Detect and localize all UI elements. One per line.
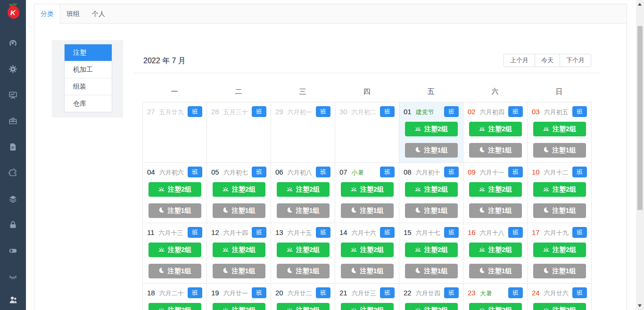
shift-badge: 班 <box>444 227 459 238</box>
day-shift-button[interactable]: 注塑2组 <box>533 303 586 310</box>
sidebar-item-toolbox[interactable] <box>0 108 26 134</box>
calendar-cell[interactable]: 18六月二十班注塑2组注塑1组 <box>143 284 207 310</box>
category-item-assembly[interactable]: 组装 <box>65 78 112 95</box>
sidebar-item-security[interactable] <box>0 212 26 238</box>
scrollbar[interactable] <box>636 0 644 310</box>
category-item-machining[interactable]: 机加工 <box>65 61 112 78</box>
day-shift-button[interactable]: 注塑2组 <box>469 182 522 197</box>
night-shift-button[interactable]: 注塑1组 <box>533 203 586 218</box>
night-shift-button[interactable]: 注塑1组 <box>277 203 330 218</box>
calendar-cell[interactable]: 13六月十五班注塑2组注塑1组 <box>271 223 335 284</box>
tab-team[interactable]: 班组 <box>60 4 86 23</box>
night-shift-button[interactable]: 注塑1组 <box>405 264 458 278</box>
night-shift-button[interactable]: 注塑1组 <box>469 143 522 158</box>
day-shift-button[interactable]: 注塑2组 <box>533 182 586 197</box>
night-shift-button[interactable]: 注塑1组 <box>213 203 265 218</box>
calendar-cell[interactable]: 10六月十二班注塑2组注塑1组 <box>528 163 592 223</box>
day-shift-button[interactable]: 注塑2组 <box>469 303 522 310</box>
sidebar-item-plugins[interactable] <box>0 160 26 186</box>
calendar-cell[interactable]: 15六月十七班注塑2组注塑1组 <box>399 223 463 284</box>
day-shift-button[interactable]: 注塑2组 <box>405 122 458 136</box>
scrollbar-thumb[interactable] <box>637 26 643 210</box>
day-shift-button[interactable]: 注塑2组 <box>469 122 522 136</box>
calendar-cell[interactable]: 09六月十一班注塑2组注塑1组 <box>463 163 528 223</box>
sidebar-item-monitor[interactable] <box>0 82 26 108</box>
night-shift-button[interactable]: 注塑1组 <box>405 203 458 218</box>
calendar-cell[interactable]: 22六月廿四班注塑2组注塑1组 <box>399 284 463 310</box>
tab-category[interactable]: 分类 <box>34 4 60 24</box>
sidebar-item-documents[interactable] <box>0 134 26 160</box>
calendar-cell[interactable]: 07小暑班注塑2组注塑1组 <box>335 163 399 223</box>
day-shift-button[interactable]: 注塑2组 <box>533 122 586 136</box>
calendar-cell[interactable]: 05六月初七班注塑2组注塑1组 <box>207 163 271 223</box>
night-shift-button[interactable]: 注塑1组 <box>149 264 201 278</box>
scroll-down-icon[interactable] <box>638 304 642 307</box>
day-shift-button[interactable]: 注塑2组 <box>149 182 201 197</box>
calendar-cell[interactable]: 14六月十六班注塑2组注塑1组 <box>335 223 399 284</box>
scroll-up-icon[interactable] <box>638 3 642 6</box>
night-shift-button[interactable]: 注塑1组 <box>213 264 265 278</box>
day-shift-button[interactable]: 注塑2组 <box>469 243 522 257</box>
sidebar-item-switch[interactable] <box>0 238 26 264</box>
sidebar-item-privacy[interactable] <box>0 264 26 290</box>
calendar-cell[interactable]: 27五月廿九班 <box>143 102 207 163</box>
night-shift-button[interactable]: 注塑1组 <box>341 264 394 278</box>
calendar-cell[interactable]: 12六月十四班注塑2组注塑1组 <box>207 223 271 284</box>
calendar-cell[interactable]: 16六月十八班注塑2组注塑1组 <box>463 223 528 284</box>
calendar-cell[interactable]: 29六月初一班 <box>271 102 335 163</box>
lunar-label: 五月廿九 <box>159 106 186 117</box>
day-shift-button[interactable]: 注塑2组 <box>405 182 458 197</box>
day-shift-button[interactable]: 注塑2组 <box>149 303 201 310</box>
day-shift-button[interactable]: 注塑2组 <box>277 243 330 257</box>
day-shift-button[interactable]: 注塑2组 <box>405 243 458 257</box>
today-button[interactable]: 今天 <box>535 54 560 67</box>
prev-month-button[interactable]: 上个月 <box>504 54 535 67</box>
day-shift-button[interactable]: 注塑2组 <box>341 243 394 257</box>
shift-badge: 班 <box>572 287 587 298</box>
day-shift-button[interactable]: 注塑2组 <box>533 243 586 257</box>
night-shift-button[interactable]: 注塑1组 <box>405 143 458 158</box>
shift-badge: 班 <box>316 287 330 298</box>
night-shift-button[interactable]: 注塑1组 <box>341 203 394 218</box>
day-shift-button[interactable]: 注塑2组 <box>277 303 330 310</box>
night-shift-button[interactable]: 注塑1组 <box>277 264 330 278</box>
sidebar-item-users[interactable] <box>0 287 26 310</box>
night-shift-button[interactable]: 注塑1组 <box>469 264 522 278</box>
day-shift-button[interactable]: 注塑2组 <box>341 182 394 197</box>
night-shift-button[interactable]: 注塑1组 <box>149 203 201 218</box>
calendar-cell[interactable]: 01建党节班注塑2组注塑1组 <box>399 102 463 163</box>
calendar-cell[interactable]: 02六月初四班注塑2组注塑1组 <box>463 102 528 163</box>
calendar-cell[interactable]: 30六月初二班 <box>335 102 399 163</box>
calendar-cell[interactable]: 20六月廿二班注塑2组注塑1组 <box>271 284 335 310</box>
night-shift-button[interactable]: 注塑1组 <box>533 143 586 158</box>
day-shift-button[interactable]: 注塑2组 <box>341 303 394 310</box>
day-shift-button[interactable]: 注塑2组 <box>213 182 265 197</box>
tab-personal[interactable]: 个人 <box>86 4 111 23</box>
calendar-cell[interactable]: 08六月初十班注塑2组注塑1组 <box>399 163 463 223</box>
day-shift-button[interactable]: 注塑2组 <box>213 243 265 257</box>
day-shift-button[interactable]: 注塑2组 <box>149 243 201 257</box>
category-item-injection[interactable]: 注塑 <box>65 44 112 61</box>
calendar-cell[interactable]: 28五月三十班 <box>207 102 271 163</box>
night-shift-button[interactable]: 注塑1组 <box>469 203 522 218</box>
day-shift-button[interactable]: 注塑2组 <box>277 182 330 197</box>
shift-badge: 班 <box>188 167 202 177</box>
sidebar-item-layers[interactable] <box>0 186 26 212</box>
sidebar-item-settings[interactable] <box>0 56 26 82</box>
calendar-cell[interactable]: 04六月初六班注塑2组注塑1组 <box>143 163 207 223</box>
day-shift-label: 注塑2组 <box>553 246 576 254</box>
next-month-button[interactable]: 下个月 <box>560 54 591 67</box>
calendar-cell[interactable]: 06六月初八班注塑2组注塑1组 <box>271 163 335 223</box>
calendar-cell[interactable]: 23大暑班注塑2组注塑1组 <box>463 284 528 310</box>
night-shift-button[interactable]: 注塑1组 <box>533 264 586 278</box>
day-shift-button[interactable]: 注塑2组 <box>405 303 458 310</box>
calendar-cell[interactable]: 17六月十九班注塑2组注塑1组 <box>528 223 592 284</box>
calendar-cell[interactable]: 11六月十三班注塑2组注塑1组 <box>143 223 207 284</box>
calendar-cell[interactable]: 19六月廿一班注塑2组注塑1组 <box>207 284 271 310</box>
calendar-cell[interactable]: 21六月廿三班注塑2组注塑1组 <box>335 284 399 310</box>
sidebar-item-dashboard[interactable] <box>0 30 26 56</box>
category-item-warehouse[interactable]: 仓库 <box>65 95 112 112</box>
calendar-cell[interactable]: 24六月廿六班注塑2组注塑1组 <box>528 284 592 310</box>
calendar-cell[interactable]: 03六月初五班注塑2组注塑1组 <box>528 102 592 163</box>
day-shift-button[interactable]: 注塑2组 <box>213 303 265 310</box>
